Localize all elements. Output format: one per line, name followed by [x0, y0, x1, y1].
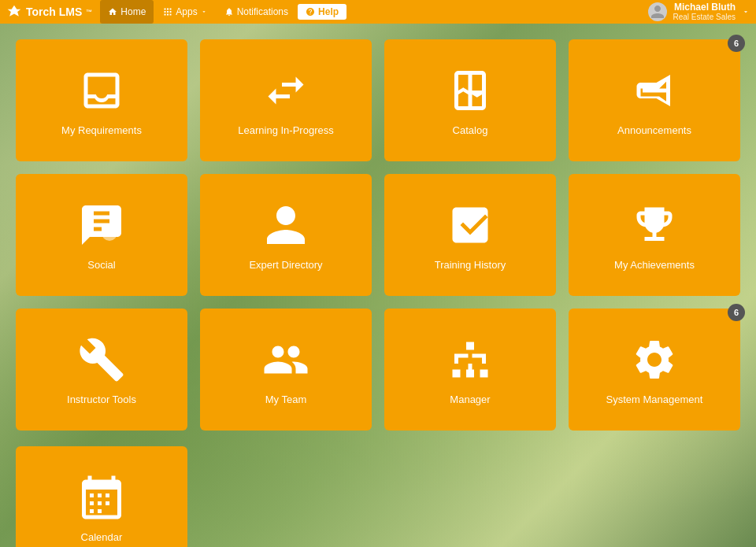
chat-icon [76, 200, 128, 251]
badge-system-management: 6 [728, 304, 745, 321]
tile-label: Expert Directory [249, 259, 322, 271]
transfer-icon [261, 65, 312, 116]
tile-system-management[interactable]: 6 System Management [569, 309, 740, 431]
tile-label: Social [87, 259, 115, 271]
tile-label: Announcements [617, 124, 691, 136]
tile-label: My Requirements [61, 124, 142, 136]
tile-training-history[interactable]: Training History [384, 174, 556, 296]
person-icon [261, 200, 312, 251]
navbar: Torch LMS ™ Home Apps Notifications Help… [0, 0, 756, 24]
user-menu[interactable]: Michael Bluth Real Estate Sales [648, 2, 750, 22]
tile-my-achievements[interactable]: My Achievements [569, 174, 740, 296]
tile-catalog[interactable]: Catalog [384, 39, 556, 161]
tile-my-requirements[interactable]: My Requirements [16, 39, 187, 161]
wrench-icon [76, 334, 128, 386]
nav-items: Home Apps Notifications Help [100, 0, 647, 24]
user-dropdown-icon [742, 8, 750, 16]
app-grid: My Requirements Learning In-Progress Cat… [0, 24, 756, 446]
calendar-icon [76, 472, 128, 523]
tile-instructor-tools[interactable]: Instructor Tools [16, 309, 187, 431]
group-icon [261, 334, 312, 386]
tile-social[interactable]: Social [16, 174, 187, 296]
nav-help[interactable]: Help [298, 4, 346, 20]
book-icon [445, 65, 496, 116]
tile-label: Manager [450, 394, 490, 405]
tile-label: Training History [435, 259, 506, 271]
tile-label: Catalog [453, 124, 488, 136]
badge-announcements: 6 [728, 35, 745, 52]
user-info: Michael Bluth Real Estate Sales [673, 2, 736, 22]
tile-label: My Team [265, 394, 307, 405]
trophy-icon [629, 200, 680, 251]
user-avatar [648, 2, 667, 21]
user-role: Real Estate Sales [673, 13, 736, 22]
tile-calendar[interactable]: Calendar [16, 446, 187, 547]
tile-label: Calendar [81, 531, 123, 543]
nav-notifications[interactable]: Notifications [217, 0, 296, 24]
org-chart-icon [445, 334, 496, 386]
inbox-icon [76, 65, 128, 116]
app-name: Torch LMS [26, 6, 82, 18]
tile-label: Instructor Tools [67, 394, 136, 405]
tile-announcements[interactable]: 6 Announcements [569, 39, 740, 161]
tile-label: My Achievements [614, 259, 695, 271]
checkmark-icon [445, 200, 496, 251]
user-name: Michael Bluth [673, 2, 736, 13]
megaphone-icon [629, 65, 680, 116]
gears-icon [629, 334, 680, 386]
tile-manager[interactable]: Manager [384, 309, 556, 431]
tile-learning-in-progress[interactable]: Learning In-Progress [200, 39, 372, 161]
tile-my-team[interactable]: My Team [200, 309, 372, 431]
nav-home[interactable]: Home [100, 0, 154, 24]
tile-label: System Management [606, 394, 703, 405]
app-logo[interactable]: Torch LMS ™ [6, 4, 92, 20]
tile-label: Learning In-Progress [238, 124, 333, 136]
nav-apps[interactable]: Apps [155, 0, 214, 24]
trademark: ™ [86, 9, 92, 16]
main-background: My Requirements Learning In-Progress Cat… [0, 24, 756, 547]
app-grid-last-row: Calendar [0, 446, 756, 547]
tile-expert-directory[interactable]: Expert Directory [200, 174, 372, 296]
